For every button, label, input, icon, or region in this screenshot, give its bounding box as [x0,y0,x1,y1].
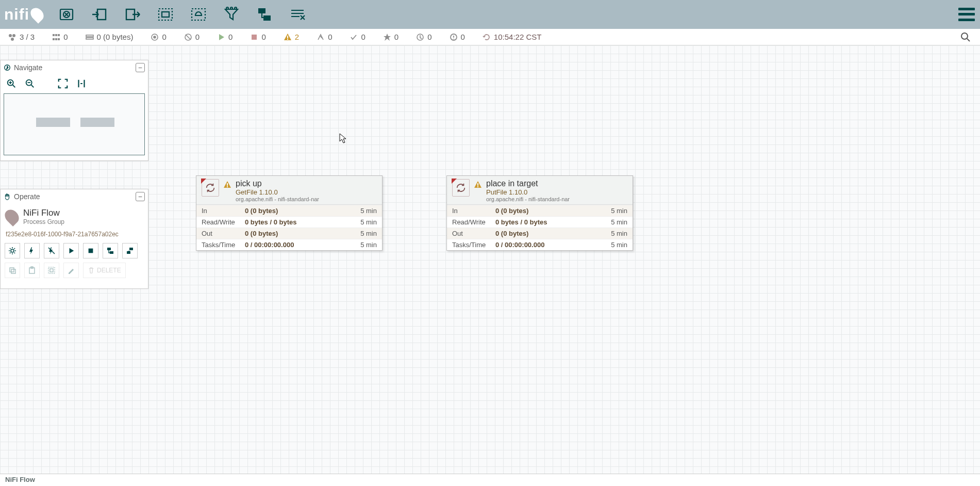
drag-processor-icon[interactable] [57,5,76,24]
status-running: 0 [217,33,232,41]
processor-name: pick up [236,179,319,188]
processor-stat-row: Out 0 (0 bytes) 5 min [196,228,382,239]
processor-stat-row: Out 0 (0 bytes) 5 min [447,228,633,239]
status-last-refresh: 10:54:22 CST [483,33,542,41]
global-menu-icon[interactable] [958,6,975,23]
processor-bundle: org.apache.nifi - nifi-standard-nar [486,196,570,202]
operate-flow-id: f235e2e8-016f-1000-f9a7-21a7657a02ec [5,228,144,243]
top-toolbar: nifi [0,0,980,29]
processor-place-in-target[interactable]: place in target PutFile 1.10.0 org.apach… [446,175,633,251]
status-value: 0 [261,33,265,41]
status-locally-modified: 0 [383,33,398,41]
svg-point-11 [9,34,12,37]
svg-rect-5 [192,9,205,20]
paste-button [24,263,40,278]
svg-rect-26 [287,36,288,38]
drag-input-port-icon[interactable] [90,5,109,24]
processor-type-icon [452,179,470,197]
stat-label: Tasks/Time [202,241,245,249]
hand-icon [4,193,11,200]
status-value: 0 [228,33,232,41]
collapse-operate-button[interactable]: – [136,192,145,201]
status-value: 2 [295,33,299,41]
nifi-logo: nifi [4,6,43,23]
drag-funnel-icon[interactable] [222,5,241,24]
svg-point-12 [12,34,15,37]
stat-value: 0 / 00:00:00.000 [495,241,611,249]
drag-output-port-icon[interactable] [123,5,142,24]
warning-icon [223,181,231,189]
stat-value: 0 (0 bytes) [245,230,360,237]
processor-pick-up[interactable]: pick up GetFile 1.10.0 org.apache.nifi -… [196,175,383,251]
svg-rect-15 [55,34,57,36]
stat-value: 0 (0 bytes) [495,230,611,237]
search-icon[interactable] [959,31,972,43]
drag-label-icon[interactable] [288,5,307,24]
status-value: 0 [427,33,431,41]
stat-label: In [202,207,245,215]
stat-time: 5 min [611,218,627,226]
drag-process-group-icon[interactable] [156,5,175,24]
svg-rect-21 [86,38,93,39]
status-value: 3 / 3 [20,33,35,41]
processor-type: GetFile 1.10.0 [236,188,319,196]
zoom-in-icon[interactable] [6,78,17,89]
stat-label: Read/Write [202,218,245,226]
drag-remote-process-group-icon[interactable] [189,5,208,24]
warning-icon [474,181,482,189]
processor-type: PutFile 1.10.0 [486,188,570,196]
collapse-navigate-button[interactable]: – [136,63,145,72]
svg-rect-16 [58,34,60,36]
svg-rect-17 [53,38,55,40]
operate-title: Operate [14,192,40,201]
delete-label: DELETE [97,267,121,274]
processor-stat-row: In 0 (0 bytes) 5 min [447,205,633,216]
upload-template-button[interactable] [122,243,138,258]
stop-button[interactable] [83,243,98,258]
flow-canvas[interactable]: Navigate – Operate – NiFi Flow [0,45,980,474]
birdseye-view[interactable] [4,93,145,155]
svg-point-6 [226,7,228,9]
svg-rect-3 [159,9,172,20]
zoom-out-icon[interactable] [24,78,36,89]
stat-time: 5 min [611,207,627,215]
svg-rect-46 [227,183,228,186]
enable-button[interactable] [24,243,40,258]
status-value: 0 [162,33,166,41]
status-transmitting: 0 [151,33,166,41]
svg-rect-4 [162,12,169,17]
status-disabled: 0 [317,33,332,41]
drag-template-icon[interactable] [255,5,274,24]
copy-button [5,263,20,278]
stat-value: 0 bytes / 0 bytes [495,218,611,226]
mouse-cursor-icon [339,133,346,143]
zoom-actual-icon[interactable] [76,78,87,89]
create-template-button[interactable] [103,243,118,258]
svg-rect-1 [97,9,106,20]
operate-panel: Operate – NiFi Flow Process Group f235e2… [0,189,148,289]
status-value: 0 [328,33,332,41]
process-group-icon [2,207,22,226]
svg-rect-47 [227,186,228,187]
color-button [63,263,79,278]
operate-flow-name: NiFi Flow [23,208,64,218]
navigate-title: Navigate [14,63,42,72]
start-button[interactable] [63,243,79,258]
status-threads: 0 [52,33,68,41]
stat-label: Out [202,230,245,237]
status-stopped: 0 [250,33,265,41]
svg-point-7 [230,7,232,9]
svg-rect-45 [50,269,53,272]
configure-button[interactable] [5,243,20,258]
svg-point-23 [154,36,156,38]
svg-point-8 [235,7,237,9]
breadcrumb-root[interactable]: NiFi Flow [5,476,35,483]
disable-button[interactable] [44,243,59,258]
compass-icon [4,64,11,71]
svg-rect-18 [55,38,57,40]
svg-rect-48 [477,183,478,186]
stat-value: 0 bytes / 0 bytes [245,218,360,226]
zoom-fit-icon[interactable] [57,78,69,89]
stat-value: 0 (0 bytes) [245,207,360,215]
stat-value: 0 / 00:00:00.000 [245,241,360,249]
